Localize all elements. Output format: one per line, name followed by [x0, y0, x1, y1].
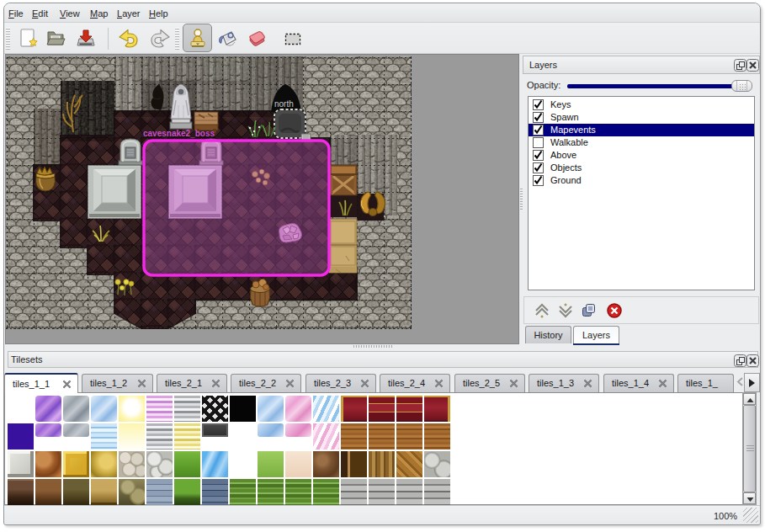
svg-text:cavesnake2_boss: cavesnake2_boss: [143, 129, 215, 138]
svg-text:north: north: [274, 99, 294, 109]
